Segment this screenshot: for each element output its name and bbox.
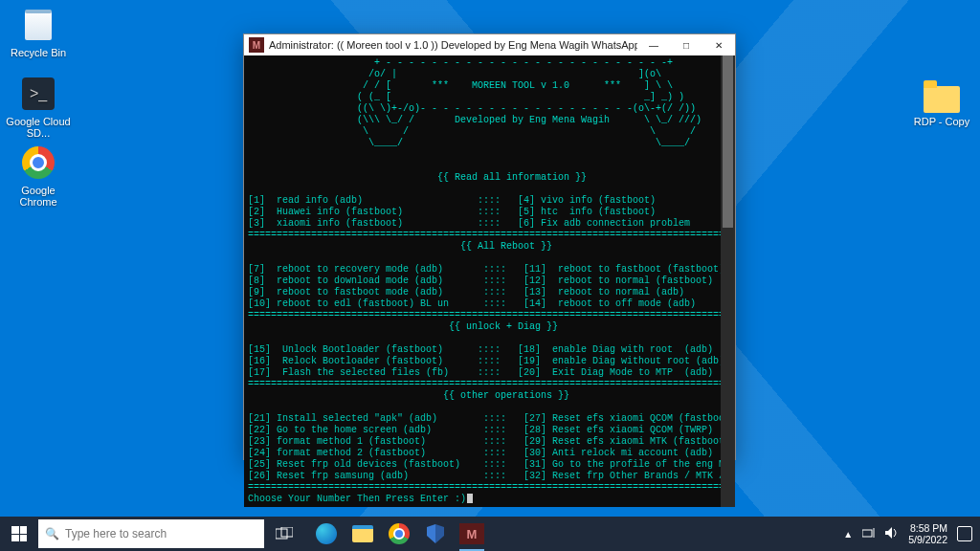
close-button[interactable]: ✕ (702, 34, 735, 55)
folder-icon (924, 86, 960, 113)
action-center-button[interactable] (957, 526, 972, 541)
start-button[interactable] (0, 517, 38, 551)
task-view-button[interactable] (268, 517, 301, 551)
console-output[interactable]: + - - - - - - - - - - - - - - - - - - - … (244, 55, 721, 507)
clock[interactable]: 8:58 PM 5/9/2022 (908, 522, 947, 545)
scrollbar-thumb[interactable] (723, 55, 733, 228)
taskbar-edge[interactable] (308, 517, 345, 551)
chrome-icon (22, 146, 55, 179)
taskbar: 🔍 Type here to search M ▲ 8:58 PM 5/9/20… (0, 517, 980, 551)
network-icon[interactable] (862, 527, 876, 540)
svg-marker-4 (885, 527, 892, 539)
shield-icon (427, 524, 444, 543)
text-cursor (467, 494, 473, 503)
system-tray: ▲ 8:58 PM 5/9/2022 (835, 522, 980, 545)
recycle-bin[interactable]: Recycle Bin (4, 6, 73, 58)
chrome-icon (389, 523, 410, 544)
app-icon: M (249, 37, 264, 53)
taskbar-moreen-tool[interactable]: M (454, 517, 490, 551)
folder-label: RDP - Copy (907, 116, 976, 127)
svg-rect-2 (862, 530, 872, 537)
taskbar-security[interactable] (417, 517, 454, 551)
windows-icon (11, 526, 27, 541)
search-box[interactable]: 🔍 Type here to search (38, 519, 264, 548)
terminal-icon: >_ (22, 77, 55, 110)
maximize-button[interactable]: □ (670, 34, 702, 55)
taskbar-chrome[interactable] (381, 517, 417, 551)
console-window: M Administrator: (( Moreen tool v 1.0 ))… (243, 33, 736, 460)
window-title: Administrator: (( Moreen tool v 1.0 )) D… (269, 39, 637, 51)
title-bar[interactable]: M Administrator: (( Moreen tool v 1.0 ))… (244, 34, 735, 55)
google-cloud-sdk[interactable]: >_ Google Cloud SD... (4, 75, 73, 139)
date-text: 5/9/2022 (908, 534, 947, 545)
google-chrome[interactable]: Google Chrome (4, 143, 73, 208)
rdp-copy-folder[interactable]: RDP - Copy (907, 75, 976, 127)
edge-icon (316, 523, 337, 544)
file-explorer-icon (352, 525, 373, 542)
tray-overflow-button[interactable]: ▲ (843, 529, 853, 540)
moreen-icon: M (459, 523, 484, 544)
minimize-button[interactable]: — (637, 34, 670, 55)
search-placeholder: Type here to search (65, 527, 167, 540)
sound-icon[interactable] (885, 527, 899, 540)
search-icon: 🔍 (38, 527, 65, 540)
scrollbar[interactable] (721, 55, 735, 507)
gcloud-label: Google Cloud SD... (4, 116, 73, 139)
chrome-label: Google Chrome (4, 185, 73, 208)
recycle-bin-label: Recycle Bin (4, 47, 73, 58)
time-text: 8:58 PM (908, 522, 947, 534)
pinned-apps: M (308, 517, 490, 551)
recycle-bin-icon (25, 10, 52, 40)
taskbar-explorer[interactable] (345, 517, 381, 551)
task-view-icon (276, 527, 293, 540)
